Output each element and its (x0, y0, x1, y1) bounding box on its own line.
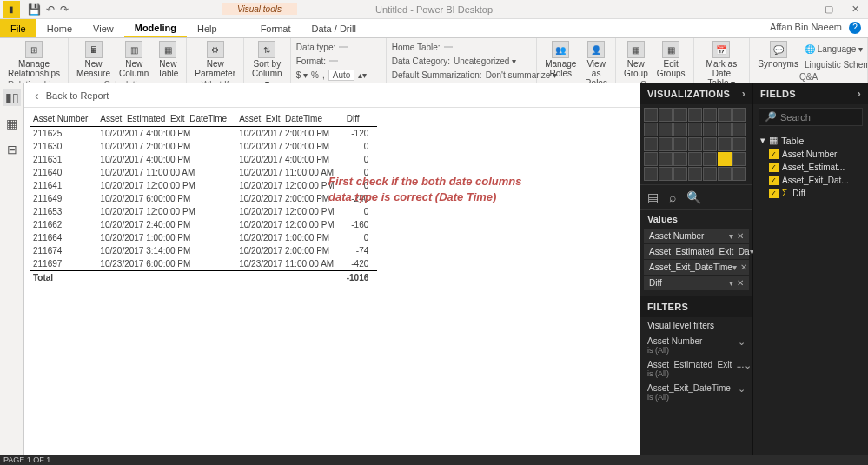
format-tab-icon[interactable]: ⌕ (669, 190, 676, 204)
manage-relationships-button[interactable]: ⊞Manage Relationships (5, 40, 63, 79)
viz-type-icon[interactable] (644, 167, 658, 181)
viz-type-icon[interactable] (673, 137, 687, 151)
remove-icon[interactable]: ✕ (737, 231, 744, 241)
table-row[interactable]: 21165310/20/2017 12:00:00 PM10/20/2017 1… (30, 205, 377, 218)
viz-type-icon[interactable] (732, 123, 746, 136)
field-item[interactable]: ✓Asset Number (755, 148, 866, 161)
percent-button[interactable]: % (311, 70, 319, 80)
tab-format[interactable]: Format (250, 19, 301, 37)
tab-home[interactable]: Home (36, 19, 83, 37)
viz-type-icon[interactable] (688, 123, 702, 136)
chevron-down-icon[interactable]: ▾ (729, 231, 733, 241)
report-view-icon[interactable]: ▮▯ (3, 89, 21, 106)
new-parameter-button[interactable]: ⚙New Parameter (192, 40, 238, 79)
data-type-select[interactable] (339, 46, 348, 48)
field-well-item[interactable]: Asset Number▾✕ (644, 229, 749, 243)
new-measure-button[interactable]: 🖩New Measure (74, 40, 113, 79)
table-row[interactable]: 21164910/20/2017 6:00:00 PM10/20/2017 2:… (30, 192, 377, 205)
new-column-button[interactable]: ▥New Column (116, 40, 151, 79)
currency-button[interactable]: $ ▾ (296, 70, 308, 80)
table-row[interactable]: 21166210/20/2017 2:40:00 PM10/20/2017 12… (30, 218, 377, 231)
filters-header[interactable]: FILTERS (640, 296, 752, 317)
viz-type-icon[interactable] (703, 167, 717, 181)
fields-search-input[interactable]: 🔎 Search (759, 108, 863, 126)
home-table-select[interactable] (444, 46, 453, 48)
table-row[interactable]: 21164010/20/2017 11:00:00 AM10/20/2017 1… (30, 166, 377, 179)
edit-groups-button[interactable]: ▦Edit Groups (654, 40, 688, 79)
col-asset-number[interactable]: Asset Number (30, 111, 96, 127)
sort-by-column-button[interactable]: ⇅Sort by Column ▾ (249, 40, 285, 89)
viz-type-icon[interactable] (688, 137, 702, 151)
viz-type-icon[interactable] (718, 123, 732, 136)
new-group-button[interactable]: ▦New Group (621, 40, 651, 79)
decimal-auto-select[interactable]: Auto (328, 70, 355, 81)
field-well-item[interactable]: Asset_Exit_DateTime▾✕ (644, 260, 749, 275)
remove-icon[interactable]: ✕ (737, 278, 744, 288)
table-row[interactable]: 21164110/20/2017 12:00:00 PM10/20/2017 1… (30, 179, 377, 192)
chevron-down-icon[interactable]: ⌄ (738, 336, 745, 348)
model-view-icon[interactable]: ⊟ (3, 141, 21, 158)
field-item[interactable]: ✓Asset_Exit_Dat... (755, 174, 866, 187)
mark-as-date-table-button[interactable]: 📅Mark as Date Table ▾ (699, 40, 745, 89)
viz-type-icon[interactable] (644, 123, 658, 136)
field-item[interactable]: ✓Asset_Estimat... (755, 161, 866, 174)
viz-type-icon[interactable] (673, 108, 687, 122)
table-row[interactable]: 21163010/20/2017 2:00:00 PM10/20/2017 2:… (30, 140, 377, 153)
viz-type-icon[interactable] (644, 137, 658, 151)
chevron-down-icon[interactable]: ⌄ (738, 383, 745, 395)
data-category-select[interactable]: Uncategorized ▾ (454, 56, 516, 66)
viz-type-icon[interactable] (718, 108, 732, 122)
chevron-down-icon[interactable]: ▾ (732, 262, 737, 272)
visualizations-header[interactable]: VISUALIZATIONS› (640, 83, 752, 104)
viz-type-icon[interactable] (659, 123, 673, 136)
viz-type-icon[interactable] (703, 152, 717, 166)
language-button[interactable]: 🌐 Language ▾ (805, 44, 863, 54)
checkbox-icon[interactable]: ✓ (769, 176, 779, 185)
tab-view[interactable]: View (83, 19, 124, 37)
view-as-roles-button[interactable]: 👤View as Roles (582, 40, 610, 89)
viz-type-icon[interactable] (673, 152, 687, 166)
table-row[interactable]: 21167410/20/2017 3:14:00 PM10/20/2017 2:… (30, 244, 377, 257)
synonyms-button[interactable]: 💬Synonyms (755, 40, 801, 70)
viz-type-icon[interactable] (688, 167, 702, 181)
viz-type-icon[interactable] (659, 152, 673, 166)
viz-type-icon[interactable] (732, 152, 746, 166)
stepper-icon[interactable]: ▴▾ (358, 70, 367, 80)
viz-type-icon[interactable] (659, 167, 673, 181)
comma-button[interactable]: , (322, 70, 325, 80)
viz-type-icon[interactable] (718, 167, 732, 181)
filter-item[interactable]: Asset Numberis (All)⌄ (640, 334, 752, 357)
fields-header[interactable]: FIELDS› (753, 83, 868, 104)
viz-type-icon[interactable] (732, 167, 746, 181)
redo-icon[interactable]: ↷ (60, 3, 69, 16)
viz-type-icon[interactable] (673, 123, 687, 136)
viz-type-icon[interactable] (732, 137, 746, 151)
table-row[interactable]: 21169710/23/2017 6:00:00 PM10/23/2017 11… (30, 257, 377, 271)
viz-type-icon[interactable] (644, 108, 658, 122)
tab-help[interactable]: Help (187, 19, 228, 37)
field-well-item[interactable]: Asset_Estimated_Exit_Da▾✕ (644, 244, 749, 259)
viz-type-icon[interactable] (673, 167, 687, 181)
viz-type-icon[interactable] (703, 123, 717, 136)
chevron-down-icon[interactable]: ▾ (729, 278, 733, 288)
viz-type-icon[interactable] (703, 137, 717, 151)
chevron-down-icon[interactable]: ⌄ (744, 360, 752, 371)
new-table-button[interactable]: ▦New Table (155, 40, 181, 79)
linguistic-schema-button[interactable]: Linguistic Schema ▾ (805, 60, 868, 70)
back-to-report-button[interactable]: ‹ Back to Report (24, 83, 640, 108)
field-item[interactable]: ✓ΣDiff (755, 187, 866, 200)
filter-item[interactable]: Asset_Estimated_Exit_...is (All)⌄ (640, 357, 752, 381)
viz-type-icon[interactable] (659, 108, 673, 122)
viz-type-icon[interactable] (732, 108, 746, 122)
analytics-tab-icon[interactable]: 🔍 (686, 190, 701, 204)
checkbox-icon[interactable]: ✓ (769, 163, 779, 172)
tab-file[interactable]: File (0, 19, 36, 37)
viz-type-icon[interactable] (688, 152, 702, 166)
viz-type-icon[interactable] (703, 108, 717, 122)
close-button[interactable]: ✕ (842, 3, 868, 15)
remove-icon[interactable]: ✕ (740, 262, 747, 272)
viz-type-icon[interactable] (659, 137, 673, 151)
fields-tab-icon[interactable]: ▤ (647, 190, 659, 204)
checkbox-icon[interactable]: ✓ (769, 149, 779, 159)
table-row[interactable]: 21163110/20/2017 4:00:00 PM10/20/2017 4:… (30, 153, 377, 166)
